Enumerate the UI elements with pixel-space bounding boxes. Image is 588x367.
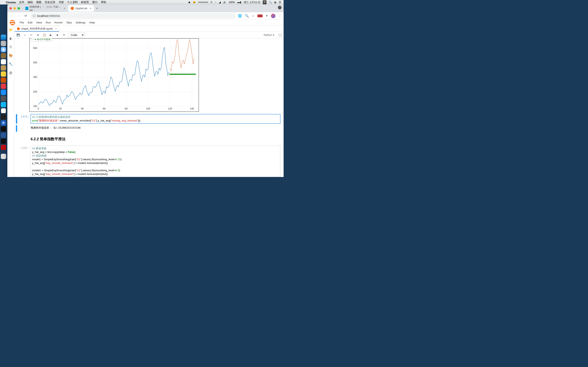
dock-terminal[interactable] <box>1 126 6 132</box>
dock-app6[interactable] <box>1 65 6 71</box>
close-tab-icon[interactable]: × <box>64 7 65 10</box>
forward-button[interactable]: → <box>16 13 21 18</box>
jmenu-view[interactable]: View <box>36 21 42 24</box>
back-button[interactable]: ← <box>9 13 14 18</box>
url-field[interactable]: ⓘ localhost:8888/lab <box>30 13 236 19</box>
menu-help[interactable]: 帮助 <box>101 0 106 4</box>
ime-icon[interactable]: 拼 <box>263 0 267 4</box>
new-tab-button[interactable]: + <box>94 6 100 11</box>
dock-music[interactable] <box>1 83 6 89</box>
celltype-select[interactable]: Code <box>69 33 85 37</box>
notebook-tab-label: chap6_时间序列分析.ipynb <box>21 27 53 31</box>
menu-profile[interactable]: 个人资料 <box>67 0 78 4</box>
zoom-icon[interactable]: 🔍 <box>245 14 249 18</box>
bluetooth-icon[interactable]: ᛒ <box>215 1 216 4</box>
menu-bookmarks[interactable]: 书签 <box>59 0 64 4</box>
running-icon[interactable]: ◐ <box>9 36 13 40</box>
dock-trash[interactable] <box>1 154 6 159</box>
app-name[interactable]: Chrome <box>6 1 16 4</box>
close-tab-icon[interactable]: × <box>90 7 91 10</box>
close-window-button[interactable] <box>9 7 12 9</box>
dock-vscode[interactable] <box>1 114 6 119</box>
jmenu-kernel[interactable]: Kernel <box>54 21 62 24</box>
dock-safari[interactable] <box>1 47 6 52</box>
control-center-icon[interactable]: ☰ <box>279 1 281 4</box>
palette-icon[interactable]: 🎨 <box>9 53 13 58</box>
battery-icon[interactable]: ▬▮ <box>237 1 241 4</box>
dock-penguin[interactable] <box>1 108 6 113</box>
kernel-status-icon[interactable] <box>279 34 282 36</box>
jmenu-edit[interactable]: Edit <box>28 21 33 24</box>
cell-18[interactable]: [18]: ## 数据准备 y_hat_avg = test.copy(deep… <box>14 145 282 177</box>
siri-icon[interactable]: ◐ <box>274 1 277 4</box>
adblock-icon[interactable]: ABP <box>258 15 263 17</box>
dock-app4[interactable] <box>1 53 6 58</box>
spotlight-icon[interactable]: 🔍 <box>269 1 272 4</box>
folder-icon[interactable]: 📁 <box>9 28 13 32</box>
cell-17[interactable]: [17]: ## 计算预测结果和真实值的误差 print("预测绝对值误差:",… <box>14 114 282 125</box>
reload-button[interactable]: ⟳ <box>23 13 28 18</box>
stop-button[interactable]: ■ <box>56 33 59 36</box>
restart-button[interactable]: ⟳ <box>62 33 66 36</box>
jmenu-file[interactable]: File <box>20 21 24 24</box>
commands-icon[interactable]: ⎘ <box>9 45 13 49</box>
maximize-window-button[interactable] <box>17 7 20 9</box>
dock-launchpad[interactable] <box>1 41 6 46</box>
minimize-window-button[interactable] <box>13 7 16 9</box>
kernel-name[interactable]: Python 3 <box>264 33 274 36</box>
dock-settings[interactable] <box>1 96 6 101</box>
bookmark-star-icon[interactable]: ☆ <box>252 14 255 18</box>
chrome-profile-icon[interactable] <box>278 6 282 9</box>
record-icon[interactable]: ◉ <box>188 1 190 4</box>
url-host: localhost <box>37 14 48 17</box>
menu-window[interactable]: 窗口 <box>92 0 98 4</box>
jmenu-settings[interactable]: Settings <box>76 21 86 24</box>
menu-file[interactable]: 文件 <box>19 0 24 4</box>
dock-adobe[interactable] <box>1 145 6 150</box>
menu-tabs[interactable]: 标签页 <box>81 0 89 4</box>
dock-finder[interactable] <box>1 35 6 40</box>
jupyter-favicon <box>71 7 74 10</box>
menu-history[interactable]: 历史记录 <box>45 0 55 4</box>
dock-iterm[interactable] <box>1 139 6 144</box>
notebook-area[interactable]: ━● 移动平均预测 100200300400500020406080100120… <box>14 38 284 177</box>
dock-qq[interactable] <box>1 102 6 107</box>
menu-edit[interactable]: 编辑 <box>27 0 33 4</box>
save-button[interactable]: 💾 <box>16 33 20 36</box>
code-input[interactable]: ## 数据准备 y_hat_avg = test.copy(deep = Fal… <box>31 146 280 177</box>
jupyter-logo-icon[interactable] <box>10 20 15 25</box>
site-info-icon[interactable]: ⓘ <box>33 14 35 18</box>
wifi-icon[interactable]: ◢ <box>219 1 221 4</box>
profile-avatar-icon[interactable] <box>271 14 276 18</box>
run-button[interactable]: ▶ <box>49 33 53 36</box>
copy-button[interactable]: ⧉ <box>36 33 40 37</box>
dock-word[interactable] <box>1 133 6 138</box>
notebook-tab[interactable]: chap6_时间序列分析.ipynb × <box>15 26 59 32</box>
volume-icon[interactable]: 🔊 <box>223 1 226 4</box>
code-input[interactable]: ## 计算预测结果和真实值的误差 print("预测绝对值误差:",mean_a… <box>31 114 280 124</box>
dock-rstudio[interactable]: R <box>1 120 6 125</box>
tab-jupyterlab[interactable]: JupyterLab × <box>68 5 94 12</box>
date-time[interactable]: 周三 上午11:12 <box>244 1 260 4</box>
extensions-icon[interactable]: ✦ <box>265 14 268 18</box>
wrench-icon[interactable]: 🔧 <box>9 62 13 66</box>
add-cell-button[interactable]: ＋ <box>23 33 26 37</box>
translate-icon[interactable]: 🌐 <box>238 14 242 18</box>
cut-button[interactable]: ✂ <box>29 33 33 36</box>
dock-app8[interactable] <box>1 77 6 83</box>
jmenu-tabs[interactable]: Tabs <box>66 21 72 24</box>
paste-button[interactable]: 📋 <box>43 33 46 36</box>
jmenu-help[interactable]: Help <box>89 21 95 24</box>
close-notebook-icon[interactable]: × <box>55 27 57 30</box>
sync-icon[interactable]: ↻ <box>210 1 213 4</box>
markdown-cell[interactable]: 6.2.2 简单指数平滑法 <box>14 133 282 145</box>
menu-view[interactable]: 视图 <box>36 0 42 4</box>
jmenu-run[interactable]: Run <box>46 21 51 24</box>
chrome-menu-icon[interactable]: ⋮ <box>278 14 282 18</box>
tab-bilibili[interactable]: 哔哩哔哩 (゜-゜)つロ 干杯~-bili × <box>23 5 68 12</box>
tabs-icon[interactable]: ▥ <box>9 71 13 75</box>
dock-app7[interactable] <box>1 71 6 77</box>
cat-icon[interactable]: 🐱 <box>193 1 196 4</box>
dock-appstore[interactable] <box>1 90 6 95</box>
dock-calendar[interactable] <box>1 59 6 64</box>
